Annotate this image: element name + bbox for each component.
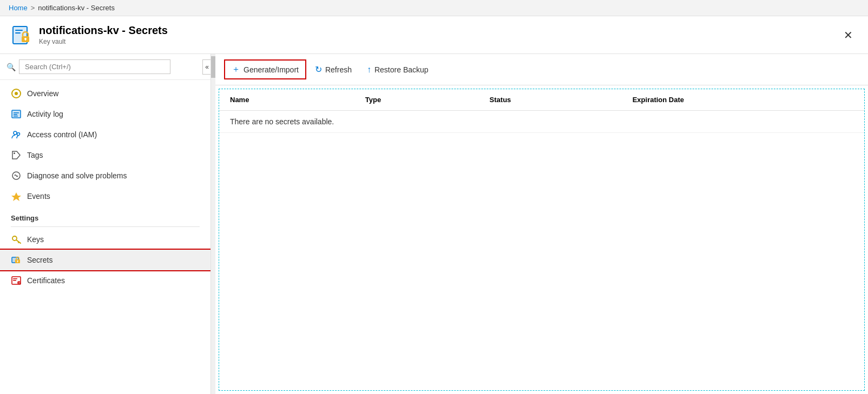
svg-rect-3	[15, 32, 21, 34]
keys-icon	[11, 234, 22, 245]
content-layout: ＋ Generate/Import ↻ Refresh ↑ Restore Ba…	[211, 54, 868, 394]
svg-marker-18	[11, 192, 21, 201]
sidebar-item-diagnose[interactable]: Diagnose and solve problems	[0, 165, 211, 186]
main-layout: 🔍 « Overview	[0, 54, 868, 394]
svg-rect-6	[25, 39, 26, 41]
iam-icon	[11, 129, 22, 140]
page-title: notifications-kv - Secrets	[39, 24, 168, 37]
secrets-table: Name Type Status Expiration Date There a…	[219, 89, 864, 133]
svg-rect-29	[13, 278, 17, 279]
sidebar-item-keys-label: Keys	[27, 235, 44, 244]
sidebar-item-iam-label: Access control (IAM)	[27, 130, 97, 139]
sidebar-item-activity-log[interactable]: Activity log	[0, 104, 211, 124]
events-icon	[11, 191, 22, 202]
refresh-button[interactable]: ↻ Refresh	[308, 61, 358, 78]
generate-import-label: Generate/Import	[244, 65, 299, 74]
overview-icon	[11, 88, 22, 99]
settings-section-header: Settings	[0, 206, 211, 224]
sidebar-item-events-label: Events	[27, 192, 50, 201]
empty-message: There are no secrets available.	[219, 111, 864, 133]
svg-point-16	[14, 152, 15, 154]
settings-divider	[11, 226, 200, 227]
sidebar-item-certificates[interactable]: ✓ Certificates	[0, 270, 211, 291]
refresh-label: Refresh	[325, 65, 352, 74]
sidebar-item-secrets-label: Secrets	[27, 256, 52, 264]
svg-point-15	[17, 133, 20, 136]
table-empty-row: There are no secrets available.	[219, 111, 864, 133]
search-icon: 🔍	[6, 63, 16, 71]
collapse-sidebar-button[interactable]: «	[202, 59, 211, 75]
sidebar-item-overview-label: Overview	[27, 89, 58, 98]
search-input[interactable]	[19, 59, 170, 74]
restore-icon: ↑	[367, 65, 371, 75]
restore-backup-button[interactable]: ↑ Restore Backup	[360, 62, 435, 78]
breadcrumb-current: notifications-kv - Secrets	[38, 4, 115, 12]
main-nav-section: Overview Activity log	[0, 80, 211, 294]
generate-import-button[interactable]: ＋ Generate/Import	[224, 59, 306, 79]
col-type: Type	[354, 89, 479, 111]
page-title-block: notifications-kv - Secrets Key vault	[39, 24, 168, 45]
plus-icon: ＋	[232, 64, 240, 75]
sidebar-item-tags[interactable]: Tags	[0, 145, 211, 165]
keyvault-icon	[11, 24, 32, 46]
sidebar-scroll-thumb	[211, 56, 215, 78]
breadcrumb-home[interactable]: Home	[9, 4, 28, 12]
col-name: Name	[219, 89, 354, 111]
sidebar-item-diagnose-label: Diagnose and solve problems	[27, 171, 127, 180]
sidebar-item-events[interactable]: Events	[0, 186, 211, 206]
breadcrumb-separator: >	[31, 4, 35, 12]
breadcrumb-bar: Home > notifications-kv - Secrets	[0, 0, 868, 16]
svg-rect-12	[14, 114, 17, 115]
sidebar-item-certificates-label: Certificates	[27, 276, 65, 285]
close-button[interactable]: ✕	[839, 26, 857, 44]
sidebar-item-overview[interactable]: Overview	[0, 83, 211, 104]
col-expiration: Expiration Date	[622, 89, 864, 111]
secrets-icon	[11, 255, 22, 265]
svg-rect-27	[17, 262, 18, 263]
sidebar-scrollbar[interactable]	[211, 54, 215, 394]
tags-icon	[11, 150, 22, 161]
svg-text:✓: ✓	[18, 281, 21, 284]
sidebar-item-secrets[interactable]: Secrets	[0, 250, 211, 270]
content-area: ＋ Generate/Import ↻ Refresh ↑ Restore Ba…	[215, 54, 868, 394]
page-header: notifications-kv - Secrets Key vault ✕	[0, 16, 868, 54]
secrets-table-container: Name Type Status Expiration Date There a…	[219, 89, 865, 391]
svg-rect-11	[14, 112, 19, 113]
sidebar-item-tags-label: Tags	[27, 151, 43, 159]
sidebar-item-keys[interactable]: Keys	[0, 229, 211, 250]
sidebar-item-activity-log-label: Activity log	[27, 110, 63, 118]
svg-point-14	[14, 131, 17, 135]
search-bar: 🔍	[0, 54, 211, 80]
svg-rect-2	[15, 30, 23, 31]
activity-log-icon	[11, 109, 22, 119]
col-status: Status	[479, 89, 622, 111]
svg-rect-30	[13, 280, 16, 281]
page-header-left: notifications-kv - Secrets Key vault	[11, 24, 168, 46]
restore-backup-label: Restore Backup	[374, 65, 429, 74]
sidebar-item-access-control[interactable]: Access control (IAM)	[0, 124, 211, 145]
svg-point-8	[15, 92, 18, 95]
refresh-icon: ↻	[315, 64, 322, 75]
table-header-row: Name Type Status Expiration Date	[219, 89, 864, 111]
certificates-icon: ✓	[11, 275, 22, 286]
toolbar: ＋ Generate/Import ↻ Refresh ↑ Restore Ba…	[215, 54, 868, 85]
sidebar: 🔍 « Overview	[0, 54, 211, 394]
diagnose-icon	[11, 170, 22, 181]
svg-rect-13	[14, 116, 18, 117]
page-subtitle: Key vault	[39, 38, 168, 45]
